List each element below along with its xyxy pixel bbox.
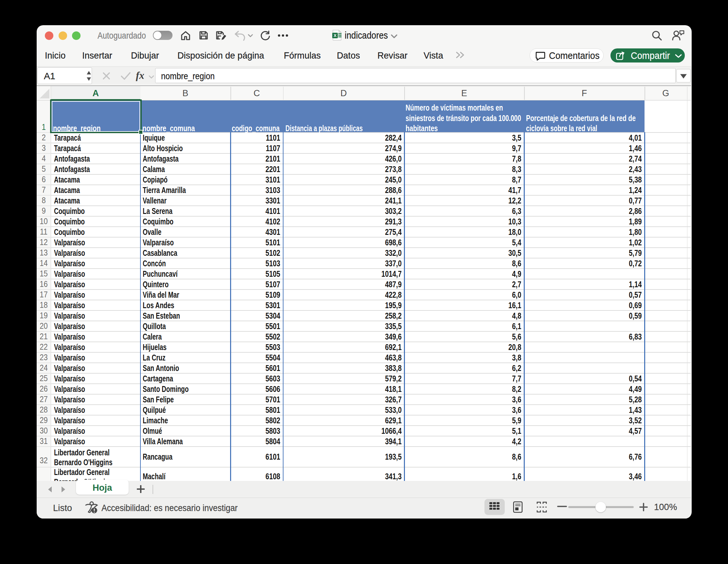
- svg-text:X: X: [334, 33, 337, 38]
